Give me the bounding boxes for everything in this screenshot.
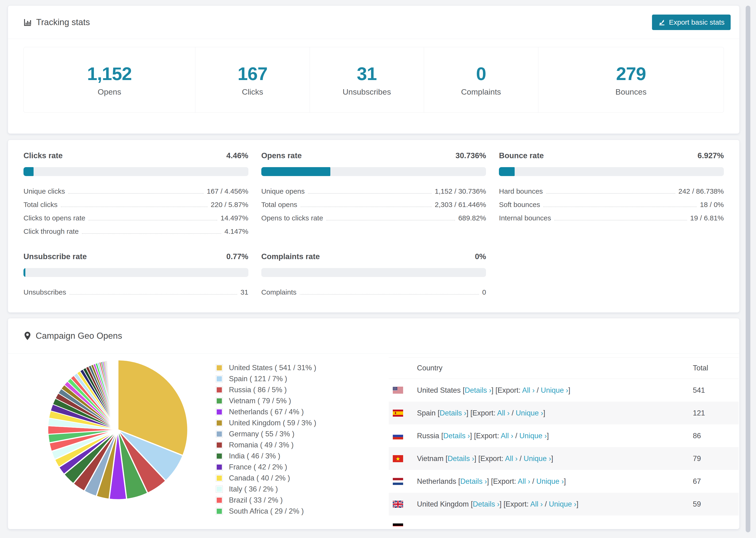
country-cell: United States [Details ›] [Export: All ›… — [417, 386, 570, 395]
flag-icon-vn — [393, 455, 403, 462]
export-unique-link[interactable]: Unique › — [541, 386, 568, 394]
legend-color-key — [216, 430, 223, 438]
rate-detail-label: Clicks to opens rate — [24, 214, 85, 222]
rate-title: Complaints rate — [261, 252, 320, 261]
rate-detail-row: Complaints0 — [261, 285, 486, 298]
legend-color-key — [216, 398, 223, 404]
export-basic-stats-button[interactable]: Export basic stats — [652, 15, 730, 30]
legend-label: Russia ( 86 / 5% ) — [229, 386, 287, 394]
rate-detail-value: 14.497% — [220, 214, 248, 222]
flag-icon-nl — [393, 478, 403, 485]
export-all-link[interactable]: All › — [530, 500, 543, 508]
dotted-leader — [82, 233, 221, 234]
legend-color-key — [216, 364, 223, 371]
legend-color-key — [216, 486, 223, 493]
export-all-link[interactable]: All › — [501, 432, 513, 440]
dotted-leader — [300, 207, 432, 207]
total-cell: 79 — [693, 455, 701, 463]
tracking-stats-page: Tracking stats Export basic stats 1,152O… — [0, 0, 756, 538]
legend-item: Canada ( 40 / 2% ) — [216, 474, 316, 482]
export-unique-link[interactable]: Unique › — [523, 455, 551, 463]
export-unique-link[interactable]: Unique › — [549, 500, 576, 508]
rate-detail-label: Total opens — [261, 201, 297, 208]
rate-block-opens: Opens rate30.736%Unique opens1,152 / 30.… — [261, 151, 486, 238]
flag-icon-ru — [393, 432, 403, 439]
legend-label: Netherlands ( 67 / 4% ) — [229, 408, 304, 416]
stat-label: Bounces — [615, 87, 646, 96]
export-unique-link[interactable]: Unique › — [519, 432, 547, 440]
export-icon — [658, 19, 666, 26]
geo-opens-title-text: Campaign Geo Opens — [36, 331, 122, 341]
details-link[interactable]: Details › — [440, 409, 466, 417]
summary-stat-clicks: 167Clicks — [195, 47, 309, 112]
geo-pie-chart[interactable] — [46, 358, 190, 502]
column-header-total: Total — [693, 364, 708, 372]
legend-color-key — [216, 419, 223, 426]
legend-label: South Africa ( 29 / 2% ) — [229, 507, 304, 515]
stat-label: Unsubscribes — [343, 87, 391, 96]
legend-item: Brazil ( 33 / 2% ) — [216, 496, 316, 505]
flag-icon-de — [393, 523, 403, 526]
table-row-nl: Netherlands [Details ›] [Export: All › /… — [389, 470, 739, 493]
rate-detail-label: Soft bounces — [499, 201, 540, 208]
vertical-scrollbar-thumb[interactable] — [746, 6, 750, 532]
total-cell: 86 — [693, 432, 701, 440]
rate-block-complaints: Complaints rate0%Complaints0 — [261, 252, 486, 304]
rates-card: Clicks rate4.46%Unique clicks167 / 4.456… — [8, 140, 739, 313]
details-link[interactable]: Details › — [465, 386, 491, 394]
pie-legend: United States ( 541 / 31% )Spain ( 121 /… — [216, 364, 316, 515]
country-name: United States — [417, 386, 460, 394]
export-unique-link[interactable]: Unique › — [536, 477, 564, 485]
summary-stat-unsubscribes: 31Unsubscribes — [310, 47, 424, 112]
legend-label: Vietnam ( 79 / 5% ) — [229, 397, 291, 405]
export-label: Export: — [498, 386, 520, 394]
rate-detail-row: Clicks to opens rate14.497% — [24, 211, 248, 224]
details-link[interactable]: Details › — [448, 455, 474, 463]
details-link[interactable]: Details › — [460, 477, 487, 485]
column-header-country: Country — [417, 364, 443, 372]
summary-stats-row: 1,152Opens167Clicks31Unsubscribes0Compla… — [24, 47, 724, 113]
rate-detail-row: Unsubscribes31 — [24, 285, 248, 298]
rate-value: 0% — [475, 252, 486, 261]
rate-progress-bar — [24, 268, 248, 277]
rate-detail-label: Unique opens — [261, 187, 305, 195]
legend-label: Romania ( 49 / 3% ) — [229, 441, 294, 449]
rate-progress-bar — [24, 167, 248, 176]
rate-detail-label: Unsubscribes — [24, 288, 66, 296]
details-link[interactable]: Details › — [473, 500, 500, 508]
details-link[interactable]: Details › — [443, 432, 470, 440]
export-all-link[interactable]: All › — [522, 386, 535, 394]
geo-opens-title: Campaign Geo Opens — [24, 331, 122, 341]
export-all-link[interactable]: All › — [497, 409, 510, 417]
country-name: Netherlands — [417, 477, 456, 485]
dotted-leader — [554, 220, 687, 220]
rate-detail-row: Unique opens1,152 / 30.736% — [261, 184, 486, 197]
legend-label: United Kingdom ( 59 / 3% ) — [229, 419, 316, 427]
legend-label: Brazil ( 33 / 2% ) — [229, 496, 283, 505]
legend-color-key — [216, 375, 223, 382]
legend-label: Germany ( 55 / 3% ) — [229, 430, 295, 438]
export-label: Export: — [472, 409, 495, 417]
summary-stat-opens: 1,152Opens — [24, 47, 195, 112]
rate-detail-row: Unique clicks167 / 4.456% — [24, 184, 248, 197]
dotted-leader — [546, 193, 675, 194]
legend-label: United States ( 541 / 31% ) — [229, 364, 316, 372]
rate-progress-bar — [261, 268, 486, 277]
legend-item: Italy ( 36 / 2% ) — [216, 485, 316, 493]
country-cell: Russia [Details ›] [Export: All › / Uniq… — [417, 432, 549, 440]
legend-item: Russia ( 86 / 5% ) — [216, 386, 316, 394]
dotted-leader — [61, 207, 207, 207]
export-unique-link[interactable]: Unique › — [515, 409, 543, 417]
rate-block-unsubscribe: Unsubscribe rate0.77%Unsubscribes31 — [24, 252, 248, 304]
dotted-leader — [300, 294, 479, 295]
rate-detail-row: Total opens2,303 / 61.446% — [261, 197, 486, 211]
rate-detail-label: Click through rate — [24, 228, 79, 235]
legend-item: United States ( 541 / 31% ) — [216, 364, 316, 372]
rate-title: Clicks rate — [24, 151, 63, 160]
legend-item: United Kingdom ( 59 / 3% ) — [216, 419, 316, 427]
export-all-link[interactable]: All › — [518, 477, 530, 485]
export-all-link[interactable]: All › — [505, 455, 517, 463]
map-pin-icon — [24, 331, 31, 340]
legend-item: Vietnam ( 79 / 5% ) — [216, 397, 316, 405]
export-label: Export: — [480, 455, 503, 463]
